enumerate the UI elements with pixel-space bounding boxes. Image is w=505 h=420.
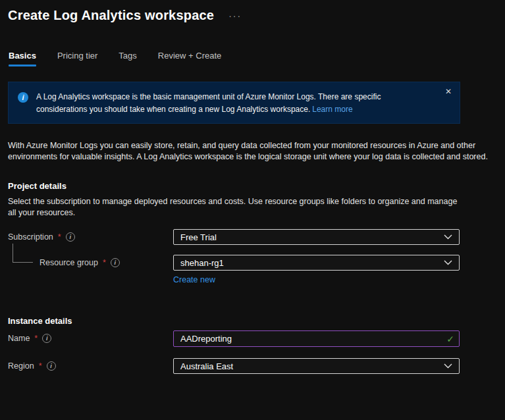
region-selected-value: Australia East [180,361,233,371]
resource-group-label: Resource group [40,258,98,267]
name-required-asterisk: * [34,334,38,343]
name-label-group: Name * i [8,330,173,343]
resource-group-row: Resource group * i shehan-rg1 Create new [8,255,505,285]
valid-check-icon: ✓ [446,334,454,344]
close-icon[interactable]: ✕ [445,88,452,95]
more-options-button[interactable]: ··· [226,11,244,21]
instance-details-heading: Instance details [8,316,505,326]
region-row: Region * i Australia East [8,358,505,374]
resource-group-field: shehan-rg1 Create new [173,255,460,285]
create-new-link[interactable]: Create new [173,275,215,284]
region-label-group: Region * i [8,358,173,371]
region-info-icon[interactable]: i [47,361,56,371]
learn-more-link[interactable]: Learn more [312,105,352,114]
tree-connector-line [13,244,33,263]
page-title: Create Log Analytics workspace [8,8,214,23]
resource-group-info-icon[interactable]: i [111,258,120,267]
region-field: Australia East [173,358,460,374]
region-required-asterisk: * [39,361,42,371]
subscription-label-group: Subscription * i [8,229,173,242]
name-row: Name * i ✓ [8,330,505,347]
banner-message: A Log Analytics workspace is the basic m… [36,91,426,115]
chevron-down-icon [444,363,452,369]
name-info-icon[interactable]: i [42,334,51,343]
create-log-analytics-workspace-blade: Create Log Analytics workspace ··· Basic… [0,0,505,420]
tab-tags[interactable]: Tags [119,51,136,66]
project-details-section: Project details Select the subscription … [8,181,505,286]
chevron-down-icon [444,234,452,240]
tab-basics[interactable]: Basics [9,51,36,66]
subscription-label: Subscription [8,232,53,242]
title-row: Create Log Analytics workspace ··· [8,8,505,23]
chevron-down-icon [444,260,452,265]
resource-group-label-group: Resource group * i [8,255,173,267]
subscription-selected-value: Free Trial [180,232,217,242]
subscription-field: Free Trial [173,229,460,245]
project-details-heading: Project details [8,181,505,191]
resource-group-required-asterisk: * [103,258,106,267]
intro-text: With Azure Monitor Logs you can easily s… [8,140,500,163]
resource-group-selected-value: shehan-rg1 [180,258,224,268]
region-label: Region [8,361,34,371]
tab-pricing-tier[interactable]: Pricing tier [57,51,97,66]
name-input-wrap: ✓ [173,330,460,347]
tab-review-create[interactable]: Review + Create [158,51,221,66]
subscription-required-asterisk: * [58,232,61,242]
subscription-info-icon[interactable]: i [66,232,75,242]
subscription-row: Subscription * i Free Trial [8,229,505,245]
subscription-select[interactable]: Free Trial [173,229,460,245]
instance-details-section: Instance details Name * i ✓ Region * i [8,316,505,374]
tab-bar: Basics Pricing tier Tags Review + Create [8,51,505,66]
info-icon: i [18,92,28,103]
name-input[interactable] [173,330,460,347]
project-details-description: Select the subscription to manage deploy… [8,196,464,219]
resource-group-select[interactable]: shehan-rg1 [173,255,460,271]
name-label: Name [8,334,30,343]
name-field: ✓ [173,330,460,347]
region-select[interactable]: Australia East [173,358,460,374]
info-banner: i A Log Analytics workspace is the basic… [8,82,460,124]
